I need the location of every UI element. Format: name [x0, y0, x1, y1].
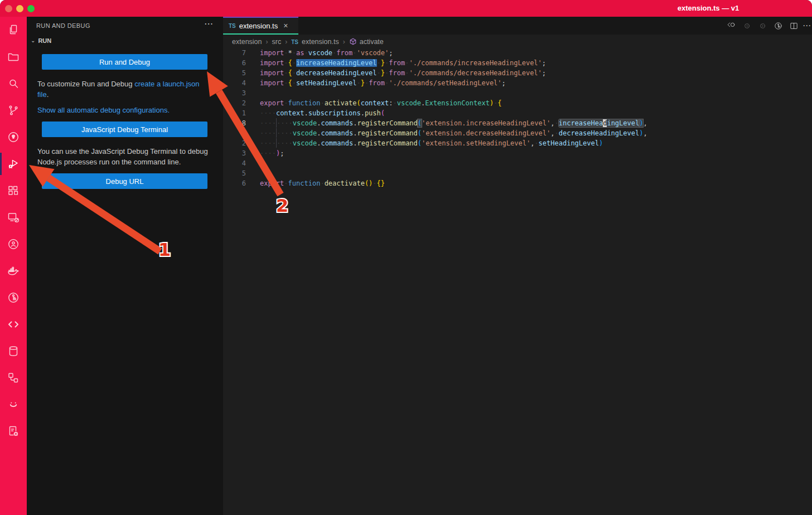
javascript-debug-terminal-button[interactable]: JavaScript Debug Terminal	[42, 122, 207, 137]
search-icon[interactable]	[0, 70, 27, 97]
code-line-content: import·{·decreaseHeadingLevel·}·from·'./…	[250, 68, 546, 78]
close-tab-icon[interactable]: ×	[283, 21, 288, 30]
next-change-icon[interactable]	[756, 20, 768, 32]
code-line-content: export·function·activate(context:·vscode…	[250, 98, 502, 108]
breadcrumb-file[interactable]: extension.ts	[302, 38, 339, 46]
remote-explorer-icon[interactable]	[0, 204, 27, 231]
code-line[interactable]: 7import·*·as·vscode·from·'vscode';	[223, 48, 812, 58]
code-line[interactable]: 2export·function·activate(context:·vscod…	[223, 98, 812, 108]
code-line-content: ····context.subscriptions.push(	[250, 108, 385, 118]
docker-icon[interactable]	[0, 258, 27, 284]
tab-extension-ts[interactable]: TS extension.ts ×	[223, 17, 298, 35]
tab-label: extension.ts	[239, 22, 278, 30]
code-preview-icon[interactable]	[0, 311, 27, 338]
symbol-cube-icon	[349, 38, 357, 46]
code-line[interactable]: 1····context.subscriptions.push(	[223, 108, 812, 118]
breadcrumb-src[interactable]: src	[272, 38, 282, 46]
maximize-window-button[interactable]	[27, 5, 35, 12]
line-number: 8	[223, 118, 250, 128]
customize-text: To customize Run and Debug create a laun…	[37, 79, 211, 100]
run-section-label: RUN	[38, 37, 51, 44]
line-number: 2	[223, 98, 250, 108]
code-line[interactable]: 8········vscode.commands.registerCommand…	[223, 118, 812, 128]
line-number: 6	[223, 58, 250, 68]
line-number: 2	[223, 138, 250, 148]
vscode-window: extension.ts — v1 RUN AND DEBUG ⋯ ⌄RUN R…	[0, 0, 812, 515]
smiley-extension-icon[interactable]	[0, 391, 27, 418]
run-section-header[interactable]: ⌄RUN	[31, 37, 51, 44]
customize-text-suffix: .	[47, 90, 49, 99]
source-control-icon[interactable]	[0, 97, 27, 124]
live-share-icon[interactable]	[0, 231, 27, 258]
close-window-button[interactable]	[5, 5, 12, 12]
minimize-window-button[interactable]	[16, 5, 23, 12]
typescript-file-icon: TS	[229, 23, 236, 29]
code-line[interactable]: 6export·function·deactivate()·{}	[223, 178, 812, 188]
run-and-debug-icon[interactable]	[0, 150, 27, 177]
code-line[interactable]: 5	[223, 168, 812, 178]
code-line[interactable]: 2········vscode.commands.registerCommand…	[223, 138, 812, 148]
code-line-content: import·{·increaseHeadingLevel·}·from·'./…	[250, 58, 546, 68]
code-line-content	[250, 88, 260, 98]
line-number: 4	[223, 78, 250, 88]
tab-strip: TS extension.ts × ⋯	[223, 17, 812, 35]
more-actions-icon[interactable]: ⋯	[803, 20, 811, 32]
run-and-debug-button[interactable]: Run and Debug	[42, 54, 207, 70]
code-line-content: export·function·deactivate()·{}	[250, 178, 385, 188]
code-line-content: import·*·as·vscode·from·'vscode';	[250, 48, 393, 58]
code-line[interactable]: 5import·{·decreaseHeadingLevel·}·from·'.…	[223, 68, 812, 78]
show-debug-configurations-link[interactable]: Show all automatic debug configurations.	[37, 106, 170, 114]
code-line[interactable]: 3	[223, 88, 812, 98]
file-settings-icon[interactable]	[0, 418, 27, 445]
line-number: 5	[223, 68, 250, 78]
previous-change-icon[interactable]	[741, 20, 753, 32]
line-number: 3	[223, 88, 250, 98]
customize-text-prefix: To customize Run and Debug	[37, 80, 134, 88]
folder-icon[interactable]	[0, 43, 27, 70]
line-number: 1	[223, 108, 250, 118]
code-line-content: import·{·setHeadingLevel·}·from·'./comma…	[250, 78, 506, 88]
database-icon[interactable]	[0, 338, 27, 365]
typescript-file-icon: TS	[291, 39, 298, 45]
line-number: 4	[223, 158, 250, 168]
title-bar: extension.ts — v1	[0, 0, 812, 17]
code-line[interactable]: 4import·{·setHeadingLevel·}·from·'./comm…	[223, 78, 812, 88]
editor-group: TS extension.ts × ⋯ extension › src › TS…	[223, 17, 812, 515]
line-number: 3	[223, 148, 250, 158]
breadcrumb-folder[interactable]: extension	[232, 38, 262, 46]
code-line[interactable]: 4}	[223, 158, 812, 168]
line-number: 7	[223, 48, 250, 58]
explorer-icon[interactable]	[0, 17, 27, 43]
breadcrumb: extension › src › TS extension.ts › acti…	[223, 35, 812, 49]
code-line[interactable]: 3····);	[223, 148, 812, 158]
code-editor[interactable]: 7import·*·as·vscode·from·'vscode';6impor…	[223, 48, 812, 188]
extensions-icon[interactable]	[0, 177, 27, 204]
views-more-icon[interactable]: ⋯	[204, 18, 213, 29]
js-debug-terminal-text: You can use the JavaScript Debug Termina…	[37, 146, 211, 167]
code-line-content: }	[250, 158, 264, 168]
activity-bar	[0, 17, 27, 515]
github-icon[interactable]	[0, 124, 27, 150]
open-changes-icon[interactable]	[725, 20, 737, 32]
line-number: 5	[223, 168, 250, 178]
debug-url-button[interactable]: Debug URL	[42, 173, 207, 189]
code-line-content	[250, 168, 260, 178]
commit-graph-icon[interactable]	[0, 284, 27, 311]
code-line-content: ········vscode.commands.registerCommand(…	[250, 118, 647, 128]
code-line-content: ········vscode.commands.registerCommand(…	[250, 128, 647, 138]
file-history-icon[interactable]	[772, 20, 784, 32]
chevron-down-icon: ⌄	[31, 37, 35, 43]
run-and-debug-sidebar: RUN AND DEBUG ⋯ ⌄RUN Run and Debug To cu…	[27, 17, 223, 515]
breadcrumb-symbol[interactable]: activate	[360, 38, 384, 46]
chevron-right-icon: ›	[285, 38, 287, 46]
editor-toolbar: ⋯	[725, 17, 811, 35]
project-manager-icon[interactable]	[0, 365, 27, 391]
code-line[interactable]: 6import·{·increaseHeadingLevel·}·from·'.…	[223, 58, 812, 68]
code-line-content: ····);	[250, 148, 284, 158]
split-editor-icon[interactable]	[787, 20, 800, 32]
line-number: 6	[223, 178, 250, 188]
window-title: extension.ts — v1	[613, 0, 803, 17]
sidebar-title: RUN AND DEBUG	[36, 22, 90, 29]
code-line-content: ········vscode.commands.registerCommand(…	[250, 138, 603, 148]
code-line[interactable]: 1········vscode.commands.registerCommand…	[223, 128, 812, 138]
